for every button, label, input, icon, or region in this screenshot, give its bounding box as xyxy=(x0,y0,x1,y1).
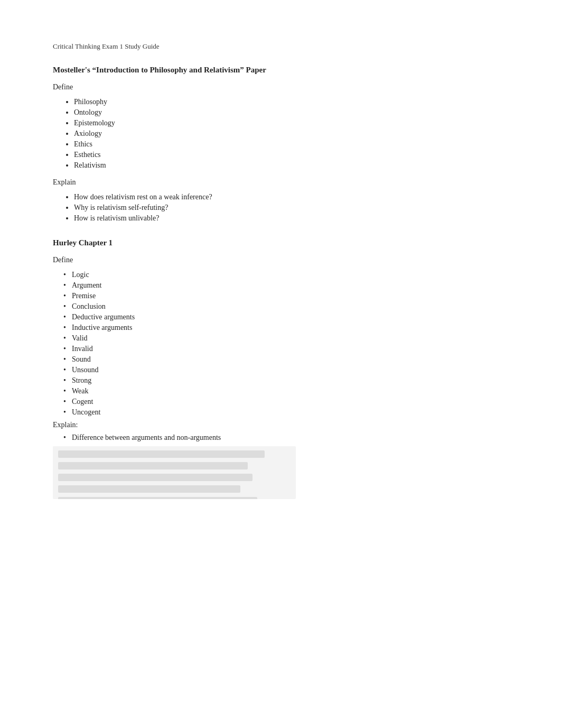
list-item: Ontology xyxy=(74,108,508,117)
section2-define-list: Logic Argument Premise Conclusion Deduct… xyxy=(63,271,508,417)
list-item: Philosophy xyxy=(74,98,508,106)
list-item: Valid xyxy=(63,334,508,343)
list-item: Argument xyxy=(63,281,508,290)
list-item: Ethics xyxy=(74,140,508,149)
list-item: Strong xyxy=(63,376,508,385)
section1-title: Mosteller's “Introduction to Philosophy … xyxy=(53,66,508,75)
list-item: Invalid xyxy=(63,345,508,353)
list-item: Logic xyxy=(63,271,508,279)
section2-title: Hurley Chapter 1 xyxy=(53,238,508,247)
document-header: Critical Thinking Exam 1 Study Guide xyxy=(53,42,508,51)
section2-explain-list: Difference between arguments and non-arg… xyxy=(63,434,508,442)
section1-define-list: Philosophy Ontology Epistemology Axiolog… xyxy=(74,98,508,170)
section1-explain-list: How does relativism rest on a weak infer… xyxy=(74,193,508,223)
list-item: Inductive arguments xyxy=(63,324,508,332)
list-item: Uncogent xyxy=(63,408,508,417)
redacted-content xyxy=(53,446,296,499)
section-mosteller: Mosteller's “Introduction to Philosophy … xyxy=(53,66,508,223)
list-item: How does relativism rest on a weak infer… xyxy=(74,193,508,201)
list-item: Deductive arguments xyxy=(63,313,508,321)
list-item: Relativism xyxy=(74,161,508,170)
section2-explain-label: Explain: xyxy=(53,421,508,429)
list-item: Conclusion xyxy=(63,302,508,311)
section1-explain-label: Explain xyxy=(53,178,508,187)
list-item: Difference between arguments and non-arg… xyxy=(63,434,508,442)
section1-define-label: Define xyxy=(53,83,508,91)
list-item: Epistemology xyxy=(74,119,508,127)
list-item: Unsound xyxy=(63,366,508,374)
section-hurley: Hurley Chapter 1 Define Logic Argument P… xyxy=(53,238,508,499)
list-item: Axiology xyxy=(74,130,508,138)
list-item: Esthetics xyxy=(74,151,508,159)
list-item: Cogent xyxy=(63,398,508,406)
list-item: Why is relativism self-refuting? xyxy=(74,204,508,212)
list-item: Weak xyxy=(63,387,508,395)
list-item: How is relativism unlivable? xyxy=(74,214,508,223)
list-item: Premise xyxy=(63,292,508,300)
section2-define-label: Define xyxy=(53,256,508,264)
list-item: Sound xyxy=(63,355,508,364)
